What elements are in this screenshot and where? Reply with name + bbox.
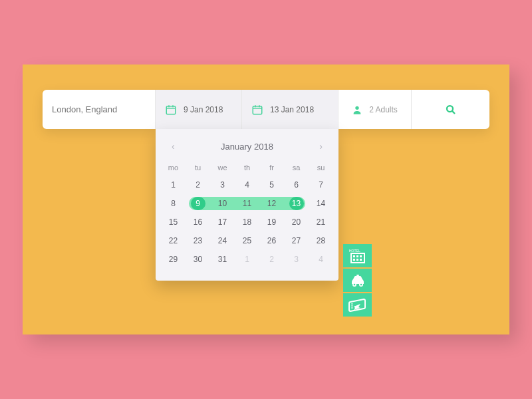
svg-rect-8 bbox=[360, 255, 362, 257]
weekday-label: we bbox=[210, 160, 235, 176]
search-icon bbox=[445, 104, 457, 116]
search-button[interactable] bbox=[412, 90, 489, 129]
calendar-day[interactable]: 8 bbox=[161, 194, 186, 213]
calendar-day[interactable]: 21 bbox=[309, 213, 333, 231]
search-bar: 9 Jan 2018 13 Jan 2018 2 Adults bbox=[43, 90, 489, 129]
range-start: 9 bbox=[191, 197, 205, 210]
svg-rect-10 bbox=[356, 259, 358, 261]
calendar-day[interactable]: 10 bbox=[210, 194, 235, 213]
calendar-icon bbox=[165, 104, 177, 116]
hotel-tile[interactable]: HOTEL bbox=[343, 244, 372, 267]
calendar-week: 22232425262728 bbox=[161, 231, 333, 250]
calendar-day[interactable]: 20 bbox=[284, 213, 309, 231]
weekday-label: tu bbox=[186, 160, 210, 176]
calendar-day[interactable]: 16 bbox=[186, 213, 210, 231]
svg-rect-9 bbox=[353, 259, 355, 261]
svg-rect-1 bbox=[253, 106, 262, 114]
calendar-day[interactable]: 11 bbox=[235, 194, 259, 213]
svg-point-14 bbox=[353, 283, 355, 285]
next-month-button[interactable]: › bbox=[315, 138, 327, 154]
weekday-label: th bbox=[235, 160, 259, 176]
calendar-day[interactable]: 1 bbox=[235, 250, 259, 269]
calendar-day[interactable]: 2 bbox=[186, 176, 210, 194]
calendar-day[interactable]: 2 bbox=[259, 250, 284, 269]
calendar-day[interactable]: 30 bbox=[186, 250, 210, 269]
calendar-day[interactable]: 19 bbox=[259, 213, 284, 231]
guests-cell[interactable]: 2 Adults bbox=[338, 90, 412, 129]
calendar-day[interactable]: 3 bbox=[284, 250, 309, 269]
ticket-icon bbox=[348, 298, 367, 313]
calendar-day[interactable]: 6 bbox=[284, 176, 309, 194]
car-icon bbox=[348, 273, 367, 288]
calendar-header: ‹ January 2018 › bbox=[161, 138, 333, 160]
hotel-icon: HOTEL bbox=[349, 248, 366, 264]
car-tile[interactable] bbox=[343, 269, 372, 292]
calendar-popover: ‹ January 2018 › motuwethfrsasu 12345678… bbox=[156, 129, 338, 281]
weekday-label: sa bbox=[284, 160, 309, 176]
calendar-day[interactable]: 3 bbox=[210, 176, 235, 194]
calendar-day[interactable]: 28 bbox=[309, 231, 333, 250]
svg-text:HOTEL: HOTEL bbox=[349, 249, 360, 253]
calendar-day[interactable]: 24 bbox=[210, 231, 235, 250]
prev-month-button[interactable]: ‹ bbox=[168, 138, 179, 154]
location-input[interactable] bbox=[52, 104, 146, 114]
calendar-week: 1234567 bbox=[161, 176, 333, 194]
calendar-day[interactable]: 7 bbox=[309, 176, 333, 194]
calendar-day[interactable]: 9 bbox=[186, 194, 210, 213]
calendar-icon bbox=[251, 104, 263, 116]
svg-rect-5 bbox=[351, 253, 364, 263]
weekday-label: fr bbox=[259, 160, 284, 176]
svg-rect-0 bbox=[166, 106, 176, 114]
svg-rect-11 bbox=[360, 259, 362, 261]
range-end: 13 bbox=[289, 197, 304, 210]
calendar-day[interactable]: 23 bbox=[186, 231, 210, 250]
calendar-day[interactable]: 4 bbox=[309, 250, 333, 269]
svg-point-15 bbox=[360, 283, 362, 285]
checkin-date: 9 Jan 2018 bbox=[184, 105, 223, 114]
svg-point-2 bbox=[355, 106, 358, 109]
calendar-day[interactable]: 4 bbox=[235, 176, 259, 194]
person-icon bbox=[352, 104, 362, 115]
svg-rect-6 bbox=[353, 255, 355, 257]
calendar-day[interactable]: 14 bbox=[309, 194, 333, 213]
guests-label: 2 Adults bbox=[369, 105, 398, 114]
calendar-day[interactable]: 27 bbox=[284, 231, 309, 250]
calendar-grid: 1234567891011121314151617181920212223242… bbox=[161, 176, 333, 269]
calendar-day[interactable]: 5 bbox=[259, 176, 284, 194]
checkout-cell[interactable]: 13 Jan 2018 bbox=[242, 90, 338, 129]
chevron-right-icon: › bbox=[319, 141, 323, 152]
calendar-day[interactable]: 31 bbox=[210, 250, 235, 269]
booking-panel: 9 Jan 2018 13 Jan 2018 2 Adults bbox=[23, 65, 509, 334]
flight-tile[interactable] bbox=[343, 293, 372, 317]
calendar-day[interactable]: 22 bbox=[161, 231, 186, 250]
calendar-week: 15161718192021 bbox=[161, 213, 333, 231]
chevron-left-icon: ‹ bbox=[172, 141, 175, 152]
calendar-day[interactable]: 15 bbox=[161, 213, 186, 231]
calendar-title: January 2018 bbox=[221, 142, 273, 152]
calendar-week: 2930311234 bbox=[161, 250, 333, 269]
calendar-day[interactable]: 29 bbox=[161, 250, 186, 269]
checkout-date: 13 Jan 2018 bbox=[270, 105, 314, 114]
checkin-cell[interactable]: 9 Jan 2018 bbox=[156, 90, 242, 129]
calendar-day[interactable]: 26 bbox=[259, 231, 284, 250]
calendar-day[interactable]: 12 bbox=[259, 194, 284, 213]
calendar-day[interactable]: 18 bbox=[235, 213, 259, 231]
svg-point-3 bbox=[447, 106, 453, 112]
svg-rect-7 bbox=[356, 255, 358, 257]
calendar-week: 891011121314 bbox=[161, 194, 333, 213]
category-tiles: HOTEL bbox=[343, 244, 372, 317]
calendar-weekday-row: motuwethfrsasu bbox=[161, 160, 333, 176]
weekday-label: mo bbox=[161, 160, 186, 176]
calendar-day[interactable]: 25 bbox=[235, 231, 259, 250]
svg-rect-16 bbox=[356, 275, 359, 276]
location-cell[interactable] bbox=[43, 90, 156, 129]
calendar-day[interactable]: 17 bbox=[210, 213, 235, 231]
calendar-day[interactable]: 13 bbox=[284, 194, 309, 213]
weekday-label: su bbox=[309, 160, 333, 176]
calendar-day[interactable]: 1 bbox=[161, 176, 186, 194]
